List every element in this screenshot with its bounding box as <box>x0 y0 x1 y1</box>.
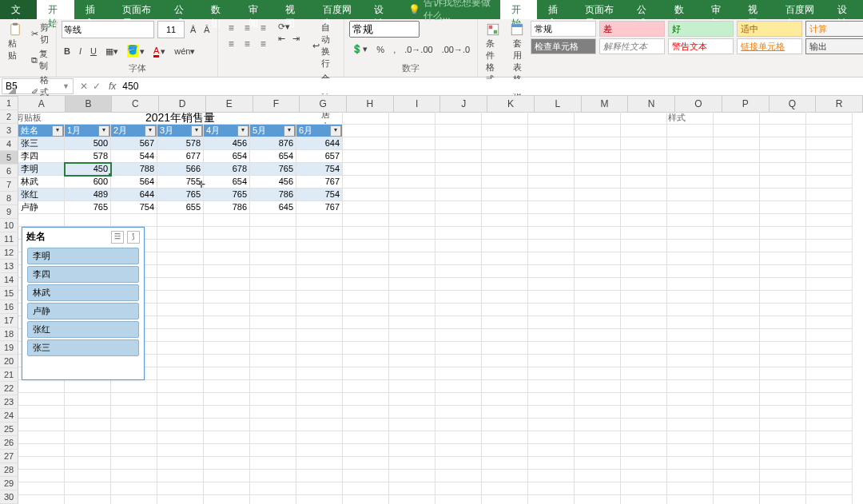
cell[interactable] <box>389 304 435 316</box>
formula-input[interactable] <box>119 79 863 93</box>
cell[interactable] <box>528 214 575 227</box>
cell[interactable] <box>435 291 482 304</box>
data-cell[interactable]: 456 <box>204 137 250 150</box>
cell[interactable] <box>806 265 853 278</box>
underline-button[interactable]: U <box>88 46 99 57</box>
cell[interactable] <box>667 457 714 470</box>
cell[interactable] <box>111 495 157 504</box>
filter-button[interactable]: ▾ <box>52 125 63 137</box>
cell[interactable] <box>667 227 714 240</box>
cell[interactable] <box>296 393 343 406</box>
cell[interactable] <box>482 227 528 240</box>
tab-视图[interactable]: 视图 <box>737 0 774 19</box>
cell[interactable] <box>343 304 389 316</box>
cell[interactable] <box>667 380 714 393</box>
cell[interactable] <box>18 495 65 504</box>
filter-button[interactable]: ▾ <box>98 125 109 137</box>
cell[interactable] <box>157 393 204 406</box>
cell[interactable] <box>575 355 621 367</box>
cell[interactable] <box>482 137 528 150</box>
cell[interactable] <box>575 265 621 278</box>
cell[interactable] <box>760 137 806 150</box>
cell[interactable] <box>760 163 806 176</box>
cell[interactable] <box>621 495 667 504</box>
cell[interactable] <box>343 176 389 189</box>
comma-button[interactable]: , <box>391 44 398 55</box>
cell[interactable] <box>157 240 204 252</box>
cell[interactable] <box>157 470 204 482</box>
cell[interactable] <box>528 265 575 278</box>
cell[interactable] <box>621 189 667 201</box>
cell[interactable] <box>667 470 714 482</box>
cell[interactable] <box>621 393 667 406</box>
cell[interactable] <box>714 419 760 431</box>
cell[interactable] <box>250 265 296 278</box>
cell[interactable] <box>65 380 111 393</box>
cell[interactable] <box>204 393 250 406</box>
cell[interactable] <box>157 355 204 367</box>
cell[interactable] <box>204 380 250 393</box>
col-header-H[interactable]: H <box>347 96 394 113</box>
cell[interactable] <box>435 304 482 316</box>
orientation-button[interactable]: ⟳▾ <box>276 21 302 33</box>
cell[interactable] <box>389 278 435 291</box>
cell[interactable] <box>575 214 621 227</box>
cell[interactable] <box>621 457 667 470</box>
tab-8[interactable]: 设计 <box>363 0 400 19</box>
cell[interactable] <box>204 291 250 304</box>
cell[interactable] <box>760 252 806 265</box>
cell[interactable] <box>389 176 435 189</box>
cell[interactable] <box>667 137 714 150</box>
cell[interactable] <box>760 355 806 367</box>
data-cell[interactable]: 765 <box>250 163 296 176</box>
cell[interactable] <box>296 495 343 504</box>
cell[interactable] <box>667 367 714 380</box>
cell[interactable] <box>343 112 389 125</box>
cell[interactable] <box>575 112 621 125</box>
cell[interactable] <box>806 278 853 291</box>
cell[interactable] <box>806 367 853 380</box>
cell[interactable] <box>760 227 806 240</box>
cell[interactable] <box>528 137 575 150</box>
cell[interactable] <box>111 457 157 470</box>
cell[interactable] <box>714 342 760 355</box>
cell[interactable] <box>806 355 853 367</box>
cell[interactable] <box>482 291 528 304</box>
cell[interactable] <box>575 342 621 355</box>
title-cell[interactable]: 2021年销售量 <box>18 112 343 125</box>
cell[interactable] <box>343 150 389 163</box>
cell[interactable] <box>806 137 853 150</box>
slicer-item[interactable]: 卢静 <box>27 303 139 319</box>
cell[interactable] <box>343 342 389 355</box>
cell[interactable] <box>760 176 806 189</box>
cell[interactable] <box>296 355 343 367</box>
cell[interactable] <box>343 265 389 278</box>
cell[interactable] <box>482 189 528 201</box>
cell[interactable] <box>806 470 853 482</box>
cell[interactable] <box>435 342 482 355</box>
cell[interactable] <box>204 240 250 252</box>
cancel-icon[interactable]: ✕ <box>80 81 88 92</box>
inc-decimal-button[interactable]: .0→.00 <box>402 44 435 55</box>
cell[interactable] <box>204 342 250 355</box>
cell[interactable] <box>482 495 528 504</box>
data-cell[interactable]: 544 <box>111 150 157 163</box>
cell[interactable] <box>435 278 482 291</box>
cell[interactable] <box>806 125 853 137</box>
percent-button[interactable]: % <box>374 44 387 55</box>
cell[interactable] <box>667 163 714 176</box>
fx-icon[interactable]: fx <box>105 81 119 92</box>
tab-公式[interactable]: 公式 <box>626 0 662 19</box>
cell[interactable] <box>250 482 296 495</box>
row-header-10[interactable]: 10 <box>0 219 18 232</box>
cell[interactable] <box>667 265 714 278</box>
cell[interactable] <box>760 278 806 291</box>
cell[interactable] <box>250 252 296 265</box>
cell[interactable] <box>621 150 667 163</box>
style-cell-差[interactable]: 差 <box>599 21 665 37</box>
cell[interactable] <box>806 482 853 495</box>
cell[interactable] <box>714 482 760 495</box>
cell[interactable] <box>482 431 528 444</box>
cell[interactable] <box>296 278 343 291</box>
align-mr[interactable]: ≡ <box>255 37 271 51</box>
